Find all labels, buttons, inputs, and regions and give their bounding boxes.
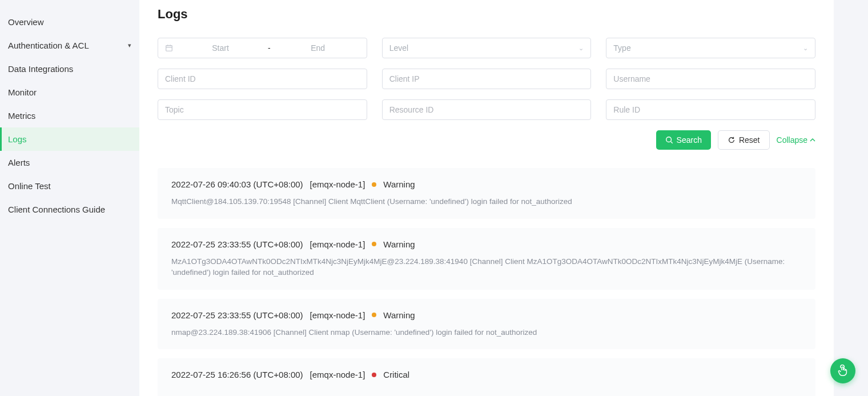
page-title: Logs bbox=[158, 7, 815, 22]
chevron-down-icon: ⌄ bbox=[578, 45, 584, 52]
date-range-picker[interactable]: Start - End bbox=[158, 38, 367, 58]
sidebar-item-label: Client Connections Guide bbox=[8, 205, 105, 214]
date-range-separator: - bbox=[268, 43, 271, 53]
sidebar-item-label: Monitor bbox=[8, 87, 37, 97]
log-node: [emqx-node-1] bbox=[310, 310, 365, 320]
sidebar-item-label: Online Test bbox=[8, 181, 51, 191]
sidebar-item-client-connections-guide[interactable]: Client Connections Guide bbox=[0, 198, 139, 221]
sidebar-item-online-test[interactable]: Online Test bbox=[0, 174, 139, 198]
sidebar-item-label: Overview bbox=[8, 17, 44, 27]
search-button[interactable]: Search bbox=[656, 130, 711, 150]
sidebar-item-label: Authentication & ACL bbox=[8, 41, 89, 50]
sidebar: Overview Authentication & ACL ▾ Data Int… bbox=[0, 0, 139, 396]
help-fab[interactable] bbox=[830, 358, 855, 383]
sidebar-item-label: Metrics bbox=[8, 111, 35, 121]
collapse-toggle[interactable]: Collapse bbox=[777, 135, 815, 145]
filter-panel: Start - End Level ⌄ Type ⌄ bbox=[158, 38, 815, 120]
refresh-icon bbox=[728, 136, 736, 144]
log-message: nmap@23.224.189.38:41906 [Channel] Clien… bbox=[171, 327, 802, 338]
log-entry[interactable]: 2022-07-25 23:33:55 (UTC+08:00) [emqx-no… bbox=[158, 228, 815, 290]
log-entry[interactable]: 2022-07-25 16:26:56 (UTC+08:00) [emqx-no… bbox=[158, 358, 815, 396]
log-timestamp: 2022-07-26 09:40:03 (UTC+08:00) bbox=[171, 179, 303, 189]
log-header: 2022-07-25 16:26:56 (UTC+08:00) [emqx-no… bbox=[171, 370, 802, 379]
log-level: Warning bbox=[383, 310, 415, 320]
log-level: Warning bbox=[383, 179, 415, 189]
level-placeholder: Level bbox=[389, 43, 408, 53]
svg-point-4 bbox=[666, 137, 671, 142]
sidebar-item-data-integrations[interactable]: Data Integrations bbox=[0, 57, 139, 81]
svg-line-5 bbox=[670, 142, 672, 143]
reset-button[interactable]: Reset bbox=[718, 130, 770, 150]
sidebar-item-label: Alerts bbox=[8, 158, 30, 167]
sidebar-item-overview[interactable]: Overview bbox=[0, 10, 139, 34]
type-placeholder: Type bbox=[613, 43, 630, 53]
collapse-label: Collapse bbox=[777, 135, 807, 145]
level-select[interactable]: Level ⌄ bbox=[382, 38, 592, 58]
log-header: 2022-07-25 23:33:55 (UTC+08:00) [emqx-no… bbox=[171, 310, 802, 320]
log-entry[interactable]: 2022-07-26 09:40:03 (UTC+08:00) [emqx-no… bbox=[158, 168, 815, 219]
log-entry[interactable]: 2022-07-25 23:33:55 (UTC+08:00) [emqx-no… bbox=[158, 299, 815, 350]
tap-icon bbox=[837, 365, 849, 377]
main-content: Logs Start - End Level ⌄ bbox=[139, 0, 834, 396]
date-end-placeholder: End bbox=[276, 43, 360, 53]
log-list: 2022-07-26 09:40:03 (UTC+08:00) [emqx-no… bbox=[158, 168, 815, 396]
filter-actions: Search Reset Collapse bbox=[158, 130, 815, 150]
log-header: 2022-07-25 23:33:55 (UTC+08:00) [emqx-no… bbox=[171, 239, 802, 249]
svg-rect-0 bbox=[166, 46, 172, 51]
log-message: MzA1OTg3ODA4OTAwNTk0ODc2NTIxMTk4Njc3NjEy… bbox=[171, 256, 802, 278]
sidebar-item-alerts[interactable]: Alerts bbox=[0, 151, 139, 174]
sidebar-item-label: Logs bbox=[8, 134, 27, 144]
calendar-icon bbox=[165, 44, 173, 52]
log-node: [emqx-node-1] bbox=[310, 179, 365, 189]
log-timestamp: 2022-07-25 16:26:56 (UTC+08:00) bbox=[171, 370, 303, 379]
date-start-placeholder: Start bbox=[179, 43, 262, 53]
status-dot-icon bbox=[372, 373, 376, 377]
log-message: MqttClient@184.105.139.70:19548 [Channel… bbox=[171, 196, 802, 207]
log-timestamp: 2022-07-25 23:33:55 (UTC+08:00) bbox=[171, 239, 303, 249]
status-dot-icon bbox=[372, 242, 376, 246]
log-node: [emqx-node-1] bbox=[310, 370, 365, 379]
sidebar-item-label: Data Integrations bbox=[8, 64, 73, 74]
search-button-label: Search bbox=[677, 135, 702, 145]
sidebar-item-authentication-acl[interactable]: Authentication & ACL ▾ bbox=[0, 34, 139, 57]
log-level: Critical bbox=[383, 370, 409, 379]
status-dot-icon bbox=[372, 313, 376, 317]
log-timestamp: 2022-07-25 23:33:55 (UTC+08:00) bbox=[171, 310, 303, 320]
chevron-down-icon: ⌄ bbox=[803, 45, 808, 52]
client-ip-input[interactable] bbox=[382, 69, 592, 89]
status-dot-icon bbox=[372, 182, 376, 187]
chevron-down-icon: ▾ bbox=[128, 42, 131, 49]
chevron-up-icon bbox=[810, 137, 815, 143]
username-input[interactable] bbox=[606, 69, 815, 89]
log-header: 2022-07-26 09:40:03 (UTC+08:00) [emqx-no… bbox=[171, 179, 802, 189]
rule-id-input[interactable] bbox=[606, 99, 815, 120]
resource-id-input[interactable] bbox=[382, 99, 592, 120]
client-id-input[interactable] bbox=[158, 69, 367, 89]
sidebar-item-monitor[interactable]: Monitor bbox=[0, 81, 139, 104]
reset-button-label: Reset bbox=[739, 135, 760, 145]
sidebar-item-logs[interactable]: Logs bbox=[0, 127, 139, 151]
search-icon bbox=[665, 136, 673, 144]
type-select[interactable]: Type ⌄ bbox=[606, 38, 815, 58]
log-node: [emqx-node-1] bbox=[310, 239, 365, 249]
sidebar-item-metrics[interactable]: Metrics bbox=[0, 104, 139, 127]
topic-input[interactable] bbox=[158, 99, 367, 120]
log-level: Warning bbox=[383, 239, 415, 249]
